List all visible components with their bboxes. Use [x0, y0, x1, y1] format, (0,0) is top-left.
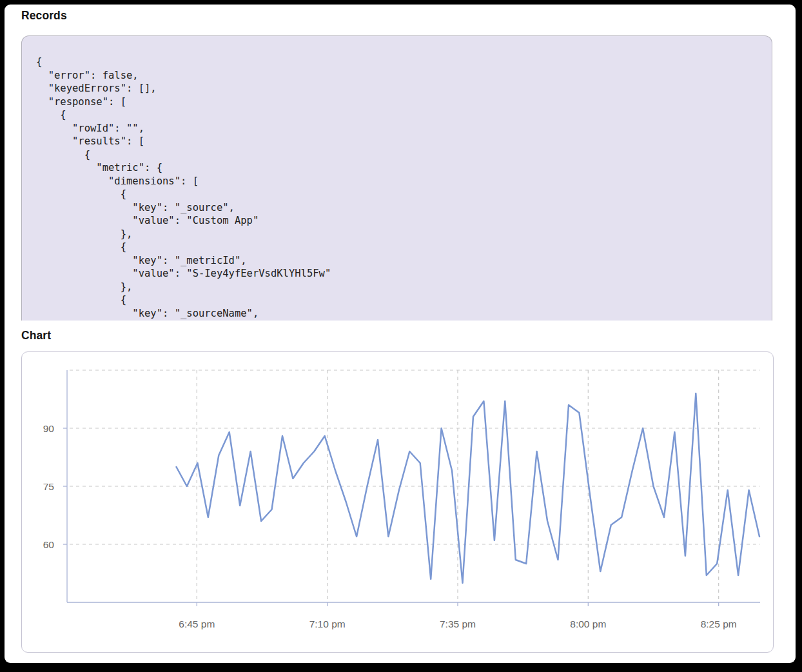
code-line: "response": [: [36, 95, 772, 109]
code-line: "results": [: [36, 135, 772, 148]
code-line: "key": "_sourceName",: [36, 307, 772, 321]
code-line: },: [36, 228, 772, 241]
code-line: {: [36, 188, 772, 201]
code-line: "value": "S-Iey4yfEerVsdKlYHl5Fw": [36, 267, 772, 281]
x-axis-tick-label: 8:00 pm: [570, 618, 606, 629]
code-line: "key": "_source",: [36, 201, 772, 215]
metric-line-series: [177, 393, 760, 583]
x-axis-tick-label: 8:25 pm: [701, 618, 737, 629]
x-axis-tick-label: 7:10 pm: [309, 618, 346, 629]
records-code-lines: { "error": false, "keyedErrors": [], "re…: [36, 55, 772, 320]
records-code-block[interactable]: { "error": false, "keyedErrors": [], "re…: [21, 35, 772, 321]
code-line: {: [36, 55, 772, 69]
code-line: {: [36, 108, 772, 122]
code-line: "metric": {: [36, 161, 772, 175]
code-line: "rowId": "",: [36, 122, 772, 135]
records-section-title: Records: [21, 9, 67, 23]
code-line: "dimensions": [: [36, 175, 772, 188]
y-axis-tick-label: 90: [43, 423, 55, 434]
line-chart-svg[interactable]: 9075606:45 pm7:10 pm7:35 pm8:00 pm8:25 p…: [22, 352, 773, 652]
code-line: },: [36, 281, 772, 294]
code-line: {: [36, 148, 772, 162]
chart-card: 9075606:45 pm7:10 pm7:35 pm8:00 pm8:25 p…: [21, 351, 774, 653]
code-line: "value": "Custom App": [36, 214, 772, 228]
code-line: "error": false,: [36, 69, 772, 83]
code-line: "key": "_metricId",: [36, 254, 772, 268]
y-axis-tick-label: 75: [43, 481, 54, 492]
code-line: {: [36, 293, 772, 307]
x-axis-tick-label: 7:35 pm: [440, 618, 476, 629]
x-axis-tick-label: 6:45 pm: [179, 618, 215, 629]
code-line: "keyedErrors": [],: [36, 82, 772, 95]
app-window: Records { "error": false, "keyedErrors":…: [5, 5, 796, 663]
chart-section-title: Chart: [21, 329, 51, 342]
code-line: {: [36, 241, 772, 254]
y-axis-tick-label: 60: [43, 539, 55, 550]
